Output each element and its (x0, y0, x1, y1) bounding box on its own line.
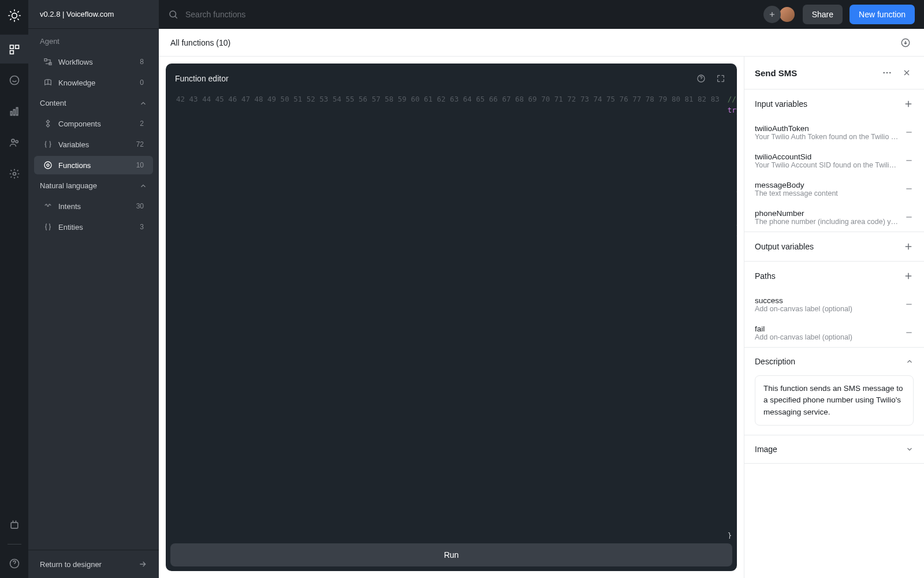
sidebar: v0.2.8 | Voiceflow.com Agent Workflows 8… (28, 0, 159, 578)
editor-title: Function editor (175, 74, 688, 83)
path-row[interactable]: successAdd on-canvas label (optional) (744, 290, 924, 319)
sidebar-item-intents[interactable]: Intents 30 (34, 197, 153, 215)
input-var-name: twilioAccountSid (755, 152, 900, 161)
new-function-button[interactable]: New function (850, 5, 915, 24)
add-output-var-button[interactable] (903, 241, 914, 252)
user-avatar[interactable] (778, 6, 796, 23)
search-input[interactable] (185, 10, 757, 19)
svg-rect-13 (44, 59, 47, 61)
rail-ai[interactable] (0, 510, 28, 539)
input-var-row[interactable]: twilioAccountSidYour Twilio Account SID … (744, 147, 924, 175)
workspace: Function editor 42 43 44 45 46 47 48 49 … (159, 57, 924, 578)
sidebar-content-header[interactable]: Content (28, 93, 159, 113)
chevron-up-icon (139, 99, 147, 107)
search-wrap (168, 9, 757, 20)
rail-settings[interactable] (0, 159, 28, 188)
path-name: fail (755, 325, 900, 333)
input-var-sub: Your Twilio Auth Token found on the Twil… (755, 133, 900, 141)
remove-input-icon[interactable] (904, 156, 914, 167)
description-text[interactable]: This function sends an SMS message to a … (755, 375, 914, 426)
image-title: Image (755, 445, 777, 454)
app-version-title: v0.2.8 | Voiceflow.com (28, 0, 159, 29)
add-path-button[interactable] (903, 271, 914, 281)
add-member-button[interactable] (763, 6, 781, 23)
sidebar-item-knowledge[interactable]: Knowledge 0 (34, 73, 153, 92)
run-button[interactable]: Run (170, 543, 732, 566)
sidebar-item-functions[interactable]: Functions 10 (34, 156, 153, 174)
main: Share New function All functions (10) Fu… (159, 0, 924, 578)
code-area[interactable]: 42 43 44 45 46 47 48 49 50 51 52 53 54 5… (166, 94, 737, 539)
svg-point-4 (10, 76, 18, 85)
description-title: Description (755, 357, 795, 366)
add-input-var-button[interactable] (903, 99, 914, 109)
rail-team[interactable] (0, 128, 28, 157)
sidebar-item-components[interactable]: Components 2 (34, 114, 153, 133)
icon-rail (0, 0, 28, 578)
panel-title: Send SMS (755, 68, 874, 78)
sidebar-label: Functions (58, 161, 131, 170)
remove-path-icon[interactable] (904, 300, 914, 311)
help-icon[interactable] (694, 72, 708, 85)
output-vars-title: Output variables (755, 242, 814, 251)
sidebar-label: Entities (58, 223, 134, 232)
rail-designer[interactable] (0, 35, 28, 64)
more-icon[interactable] (880, 66, 894, 80)
all-functions-title: All functions (10) (170, 38, 230, 47)
svg-rect-7 (16, 107, 18, 115)
svg-point-10 (13, 173, 16, 176)
input-var-name: messageBody (755, 181, 900, 189)
svg-point-21 (886, 72, 888, 74)
share-button[interactable]: Share (803, 5, 843, 24)
variables-icon (43, 140, 53, 149)
sidebar-label: Workflows (58, 58, 134, 66)
svg-rect-11 (11, 523, 18, 528)
remove-input-icon[interactable] (904, 212, 914, 223)
path-row[interactable]: failAdd on-canvas label (optional) (744, 319, 924, 347)
line-gutter: 42 43 44 45 46 47 48 49 50 51 52 53 54 5… (166, 94, 728, 539)
output-vars-header: Output variables (744, 232, 924, 261)
download-icon[interactable] (899, 36, 912, 50)
svg-rect-5 (10, 111, 12, 115)
sidebar-item-workflows[interactable]: Workflows 8 (34, 53, 153, 71)
svg-point-8 (12, 139, 14, 142)
sidebar-count: 72 (136, 140, 144, 148)
sidebar-count: 8 (140, 58, 144, 66)
code-lines: // Send the SMS message using Twilio's A… (728, 94, 737, 539)
rail-help[interactable] (0, 549, 28, 578)
sidebar-item-variables[interactable]: Variables 72 (34, 135, 153, 154)
functions-icon (43, 161, 53, 170)
arrow-right-icon (138, 560, 147, 569)
svg-rect-3 (10, 51, 13, 54)
path-sub: Add on-canvas label (optional) (755, 333, 900, 341)
expand-icon[interactable] (714, 72, 728, 85)
sidebar-count: 30 (136, 202, 144, 210)
sidebar-agent-title: Agent (28, 29, 159, 51)
svg-point-16 (47, 164, 49, 166)
remove-path-icon[interactable] (904, 328, 914, 339)
editor-header: Function editor (166, 64, 737, 94)
input-var-row[interactable]: messageBodyThe text message content (744, 175, 924, 203)
sidebar-count: 2 (140, 120, 144, 128)
remove-input-icon[interactable] (904, 128, 914, 139)
svg-point-0 (12, 13, 17, 18)
rail-analytics[interactable] (0, 97, 28, 126)
description-header[interactable]: Description (744, 348, 924, 375)
content-header: All functions (10) (159, 29, 924, 57)
svg-point-22 (889, 72, 891, 74)
return-to-designer[interactable]: Return to designer (28, 550, 159, 578)
close-icon[interactable] (900, 66, 914, 80)
sidebar-nl-header[interactable]: Natural language (28, 176, 159, 196)
input-var-row[interactable]: phoneNumberThe phone number (including a… (744, 203, 924, 232)
input-var-row[interactable]: twilioAuthTokenYour Twilio Auth Token fo… (744, 118, 924, 147)
chevron-down-icon (906, 445, 914, 453)
sidebar-item-entities[interactable]: Entities 3 (34, 218, 153, 236)
svg-point-9 (16, 140, 18, 143)
search-icon (168, 9, 178, 20)
intents-icon (43, 202, 53, 211)
right-panel: Send SMS Input variables twilioAuthToken… (744, 57, 924, 578)
sidebar-label: Variables (58, 140, 131, 149)
remove-input-icon[interactable] (904, 184, 914, 195)
image-header[interactable]: Image (744, 435, 924, 463)
rail-chat[interactable] (0, 66, 28, 95)
input-var-name: phoneNumber (755, 209, 900, 218)
